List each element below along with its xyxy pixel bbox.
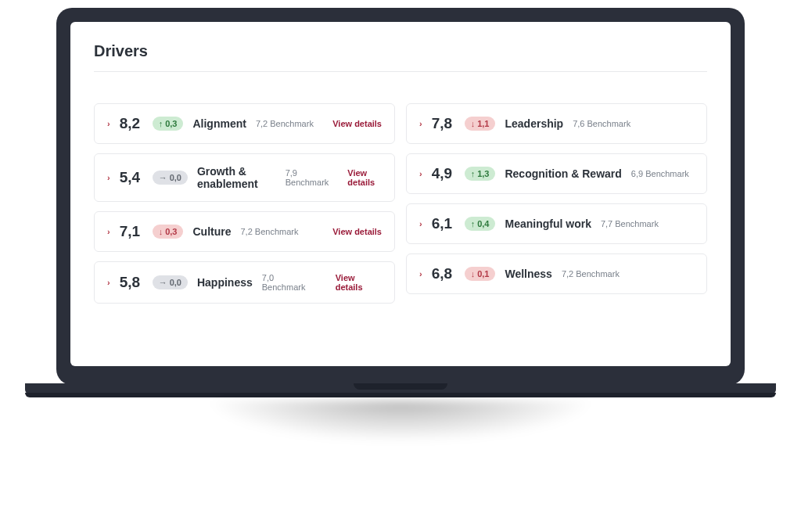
app-screen: Drivers ›8,2↑0,3Alignment7,2 BenchmarkVi… (70, 22, 731, 366)
trend-pill: ↓0,3 (153, 225, 184, 239)
chevron-right-icon: › (419, 220, 422, 228)
driver-score: 5,8 (120, 274, 143, 291)
benchmark-label: 7,2 Benchmark (240, 227, 298, 236)
chevron-right-icon: › (107, 279, 110, 287)
laptop-mockup: Drivers ›8,2↑0,3Alignment7,2 BenchmarkVi… (56, 8, 745, 399)
trend-pill: →0,0 (153, 171, 188, 185)
driver-name: Wellness (505, 268, 551, 280)
arrow-up-icon: ↑ (471, 219, 476, 228)
trend-delta: 0,3 (165, 227, 177, 236)
chevron-right-icon: › (419, 270, 422, 279)
driver-score: 8,2 (120, 115, 143, 132)
benchmark-label: 7,9 Benchmark (286, 168, 329, 187)
trend-delta: 0,3 (165, 119, 177, 128)
view-details-link[interactable]: View details (336, 273, 382, 292)
driver-card[interactable]: ›6,1↑0,4Meaningful work7,7 Benchmark (406, 203, 707, 244)
page-title: Drivers (94, 42, 707, 60)
chevron-right-icon: › (107, 228, 110, 236)
arrow-right-icon: → (159, 278, 167, 287)
driver-score: 6,8 (432, 265, 455, 282)
driver-name: Happiness (197, 276, 253, 289)
driver-score: 7,1 (120, 223, 143, 240)
trend-pill: ↑1,3 (465, 167, 496, 181)
driver-score: 5,4 (120, 169, 143, 186)
driver-card[interactable]: ›6,8↓0,1Wellness7,2 Benchmark (406, 253, 707, 294)
driver-card[interactable]: ›7,1↓0,3Culture7,2 BenchmarkView details (94, 211, 395, 252)
chevron-right-icon: › (107, 174, 110, 182)
driver-score: 4,9 (432, 165, 455, 182)
driver-score: 6,1 (432, 215, 455, 232)
arrow-right-icon: → (159, 173, 167, 182)
benchmark-label: 7,2 Benchmark (256, 119, 314, 128)
trend-delta: 0,1 (477, 269, 489, 279)
drivers-column-right: ›7,8↓1,1Leadership7,6 Benchmark›4,9↑1,3R… (406, 103, 707, 304)
arrow-down-icon: ↓ (471, 269, 476, 279)
driver-card[interactable]: ›4,9↑1,3Recognition & Reward6,9 Benchmar… (406, 153, 707, 194)
driver-name: Meaningful work (505, 217, 591, 230)
trend-pill: ↓1,1 (465, 117, 496, 131)
trend-pill: →0,0 (153, 275, 188, 289)
laptop-bezel: Drivers ›8,2↑0,3Alignment7,2 BenchmarkVi… (56, 8, 745, 385)
trend-pill: ↓0,1 (465, 267, 496, 281)
arrow-down-icon: ↓ (471, 119, 476, 128)
trend-pill: ↑0,3 (153, 117, 184, 131)
view-details-link[interactable]: View details (332, 119, 382, 128)
driver-card[interactable]: ›7,8↓1,1Leadership7,6 Benchmark (406, 103, 707, 144)
chevron-right-icon: › (419, 170, 422, 178)
laptop-base (56, 383, 745, 399)
driver-name: Alignment (192, 117, 246, 130)
benchmark-label: 7,6 Benchmark (573, 119, 630, 128)
trend-delta: 0,0 (170, 278, 181, 287)
benchmark-label: 7,0 Benchmark (262, 273, 317, 292)
drivers-grid: ›8,2↑0,3Alignment7,2 BenchmarkView detai… (94, 103, 707, 304)
drivers-column-left: ›8,2↑0,3Alignment7,2 BenchmarkView detai… (94, 103, 395, 304)
view-details-link[interactable]: View details (347, 168, 382, 187)
view-details-link[interactable]: View details (332, 227, 382, 236)
trend-delta: 1,1 (477, 119, 489, 128)
driver-name: Recognition & Reward (505, 167, 621, 180)
arrow-up-icon: ↑ (159, 119, 163, 128)
chevron-right-icon: › (419, 120, 422, 128)
chevron-right-icon: › (107, 120, 110, 128)
driver-card[interactable]: ›8,2↑0,3Alignment7,2 BenchmarkView detai… (94, 103, 395, 144)
divider (94, 71, 707, 72)
arrow-down-icon: ↓ (159, 227, 163, 236)
trend-delta: 0,0 (170, 173, 181, 182)
benchmark-label: 7,2 Benchmark (562, 269, 620, 279)
trend-delta: 0,4 (477, 219, 489, 228)
driver-name: Leadership (505, 117, 563, 130)
trend-delta: 1,3 (477, 169, 489, 178)
arrow-up-icon: ↑ (471, 169, 476, 178)
driver-name: Culture (192, 225, 231, 238)
driver-card[interactable]: ›5,8→0,0Happiness7,0 BenchmarkView detai… (94, 261, 395, 304)
driver-name: Growth & enablement (197, 165, 276, 190)
trend-pill: ↑0,4 (465, 217, 496, 231)
driver-card[interactable]: ›5,4→0,0Growth & enablement7,9 Benchmark… (94, 153, 395, 202)
benchmark-label: 7,7 Benchmark (601, 219, 659, 228)
benchmark-label: 6,9 Benchmark (631, 169, 689, 178)
driver-score: 7,8 (432, 115, 455, 132)
